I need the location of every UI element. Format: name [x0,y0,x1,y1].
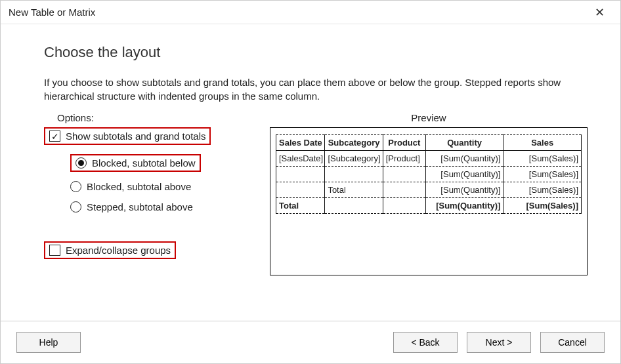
radio-label: Blocked, subtotal below [92,157,196,169]
radio-icon[interactable] [70,181,81,192]
radio-blocked-below[interactable]: Blocked, subtotal below [44,154,254,172]
option-show-subtotals[interactable]: Show subtotals and grand totals [44,127,254,145]
radio-stepped-above[interactable]: Stepped, subtotal above [44,201,254,212]
table-row: [Sum(Quantity)] [Sum(Sales)] [276,167,582,182]
radio-label: Blocked, subtotal above [87,181,191,192]
preview-label: Preview [270,112,588,123]
show-subtotals-label: Show subtotals and grand totals [66,131,205,142]
table-row-total: Total [Sum(Quantity)] [Sum(Sales)] [276,198,582,214]
checkbox-icon[interactable] [49,131,60,142]
options-label: Options: [57,112,254,123]
cell [383,182,425,198]
page-description: If you choose to show subtotals and gran… [44,75,582,103]
table-row: Total [Sum(Quantity)] [Sum(Sales)] [276,182,582,198]
cell: [Sum(Sales)] [503,167,582,182]
window-title: New Table or Matrix [9,7,95,18]
expand-collapse-label: Expand/collapse groups [66,245,171,256]
titlebar: New Table or Matrix ✕ [1,1,620,24]
close-icon[interactable]: ✕ [586,1,612,24]
cell: [Sum(Quantity)] [425,198,503,214]
cell: [Sum(Sales)] [503,151,582,167]
cell [276,182,325,198]
radio-icon[interactable] [70,201,81,212]
cell: Total [325,182,383,198]
cell [325,198,383,214]
cell [383,167,425,182]
cell: [Subcategory] [325,151,383,167]
cell: [Sum(Quantity)] [425,182,503,198]
cell: [Sum(Sales)] [503,182,582,198]
preview-table: Sales Date Subcategory Product Quantity … [276,134,582,214]
preview-frame: Sales Date Subcategory Product Quantity … [270,127,588,275]
dialog-content: Choose the layout If you choose to show … [1,24,620,321]
cancel-button[interactable]: Cancel [540,332,605,353]
next-button[interactable]: Next > [467,332,531,353]
cell: [Product] [383,151,425,167]
radio-icon[interactable] [75,157,87,169]
preview-panel: Preview Sales Date Subcategory Product Q… [270,112,588,275]
col-header: Product [383,135,425,151]
col-header: Sales [503,135,582,151]
back-button[interactable]: < Back [393,332,458,353]
cell [325,167,383,182]
dialog-footer: Help < Back Next > Cancel [1,321,620,363]
radio-label: Stepped, subtotal above [87,201,193,212]
col-header: Sales Date [276,135,325,151]
cell: Total [276,198,325,214]
table-header-row: Sales Date Subcategory Product Quantity … [276,135,582,151]
cell [383,198,425,214]
help-button[interactable]: Help [16,332,81,353]
cell: [SalesDate] [276,151,325,167]
option-expand-collapse[interactable]: Expand/collapse groups [44,241,254,259]
col-header: Subcategory [325,135,383,151]
cell: [Sum(Quantity)] [425,151,503,167]
table-row: [SalesDate] [Subcategory] [Product] [Sum… [276,151,582,167]
cell [276,167,325,182]
checkbox-icon[interactable] [49,245,60,256]
cell: [Sum(Sales)] [503,198,582,214]
radio-blocked-above[interactable]: Blocked, subtotal above [44,181,254,192]
page-heading: Choose the layout [44,44,588,61]
options-panel: Options: Show subtotals and grand totals… [44,112,254,268]
cell: [Sum(Quantity)] [425,167,503,182]
col-header: Quantity [425,135,503,151]
